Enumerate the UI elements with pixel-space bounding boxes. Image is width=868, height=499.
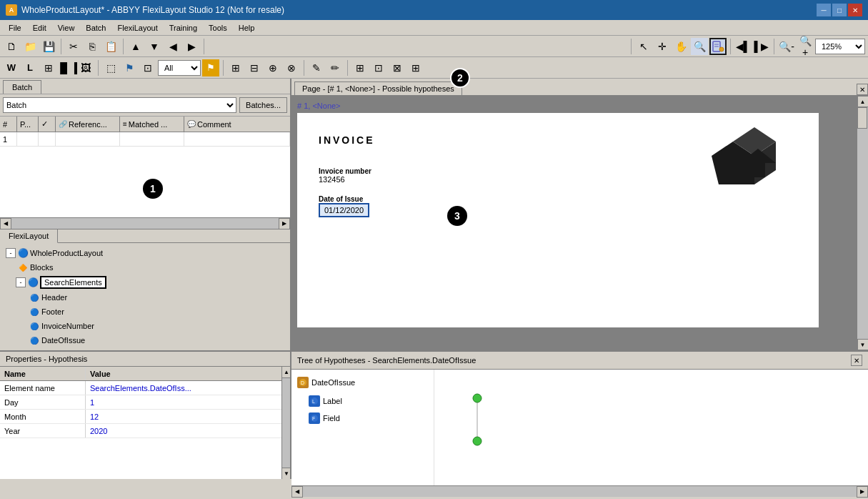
col-num[interactable]: # <box>0 117 17 132</box>
down-button[interactable]: ▼ <box>146 38 163 55</box>
element3-btn[interactable]: ⊡ <box>139 59 156 76</box>
hypo-hscroll-right[interactable]: ▶ <box>857 486 868 498</box>
hypo-close-btn[interactable]: ✕ <box>851 355 862 366</box>
tree-header[interactable]: 🔵 Header <box>3 290 287 305</box>
tree-dateofissue[interactable]: 🔵 DateOfIssue <box>3 333 287 347</box>
col-reference[interactable]: 🔗 Referenc... <box>56 117 120 132</box>
menu-help[interactable]: Help <box>233 22 261 34</box>
app-title: WholeProductLayout* - ABBYY FlexiLayout … <box>21 5 284 15</box>
props-row-3[interactable]: Year 2020 <box>0 424 281 438</box>
page-tab[interactable]: Page - [# 1, <None>] - Possible hypothes… <box>294 81 462 95</box>
tree-searchelements[interactable]: - 🔵 SearchElements <box>3 275 287 290</box>
col-check[interactable]: ✓ <box>39 117 56 132</box>
tree-root[interactable]: - 🔵 WholeProductLayout <box>3 246 287 260</box>
page-tab-close-btn[interactable]: ✕ <box>857 84 868 95</box>
edit1-btn[interactable]: ✎ <box>308 59 325 76</box>
canvas-scroll-inner[interactable]: # 1, <None> INVOICE Invoice number 13245… <box>291 96 857 350</box>
cut-button[interactable]: ✂ <box>65 38 82 55</box>
vscroll-thumb[interactable] <box>857 107 867 129</box>
h-scrollbar[interactable]: ◀ ▶ <box>0 217 290 229</box>
apply-btn[interactable]: ⚑ <box>202 59 219 76</box>
svg-text:F: F <box>312 416 315 421</box>
right-panel: Page - [# 1, <None>] - Possible hypothes… <box>291 79 868 350</box>
batch-list-row[interactable]: 1 <box>0 132 290 147</box>
save-button[interactable]: 💾 <box>40 38 57 55</box>
edit2-btn[interactable]: ✏ <box>326 59 344 76</box>
crosshair-tool[interactable]: ✛ <box>654 38 671 55</box>
train3-btn[interactable]: ⊕ <box>264 59 281 76</box>
train1-btn[interactable]: ⊞ <box>227 59 244 76</box>
pan-tool[interactable]: ✋ <box>672 38 689 55</box>
element1-btn[interactable]: ⬚ <box>102 59 119 76</box>
vscroll-up-btn[interactable]: ▲ <box>857 96 869 107</box>
view2-btn[interactable]: ⊡ <box>370 59 387 76</box>
props-row-2[interactable]: Month 12 <box>0 410 281 424</box>
view3-btn[interactable]: ⊠ <box>389 59 406 76</box>
zoom-select[interactable]: 125% <box>815 39 865 54</box>
col-matched[interactable]: ≡ Matched ... <box>120 117 184 132</box>
props-row-0[interactable]: Element name SearchElements.DateOfIss... <box>0 381 281 395</box>
element-type-select[interactable]: All <box>158 60 201 76</box>
props-scroll-up[interactable]: ▲ <box>282 367 290 378</box>
new-button[interactable]: 🗋 <box>3 38 20 55</box>
zoom-in-tool[interactable]: 🔍 <box>691 38 708 55</box>
tree-footer[interactable]: 🔵 Footer <box>3 305 287 319</box>
hypo-item-field[interactable]: F Field <box>309 411 428 425</box>
minimize-button[interactable]: ─ <box>817 4 831 16</box>
maximize-button[interactable]: □ <box>832 4 847 16</box>
barcode-btn[interactable]: ▐▌▐ <box>59 59 76 76</box>
batch-dropdown[interactable]: Batch <box>3 97 236 113</box>
layout-btn[interactable]: L <box>21 59 39 76</box>
right-button[interactable]: ▶ <box>183 38 200 55</box>
col-comment[interactable]: 💬 Comment <box>184 117 290 132</box>
next-page-button[interactable]: ▌▶ <box>753 38 770 55</box>
hypo-item-dateofissue[interactable]: D DateOfIssue <box>297 375 428 390</box>
open-button[interactable]: 📁 <box>21 38 39 55</box>
menu-tools[interactable]: Tools <box>203 22 233 34</box>
table-btn[interactable]: ⊞ <box>40 59 57 76</box>
batches-button[interactable]: Batches... <box>239 97 287 113</box>
hypo-hscrollbar[interactable]: ◀ ▶ <box>291 485 868 497</box>
props-value-3: 2020 <box>86 424 281 438</box>
text-btn[interactable]: W <box>3 59 20 76</box>
hscroll-left-btn[interactable]: ◀ <box>0 218 11 229</box>
props-row-1[interactable]: Day 1 <box>0 395 281 410</box>
menu-training[interactable]: Training <box>164 22 203 34</box>
image-btn[interactable]: 🖼 <box>77 59 94 76</box>
prev-page-button[interactable]: ◀▌ <box>734 38 752 55</box>
view1-btn[interactable]: ⊞ <box>351 59 369 76</box>
train4-btn[interactable]: ⊗ <box>283 59 300 76</box>
zoom-plus-button[interactable]: 🔍+ <box>797 38 814 55</box>
hscroll-right-btn[interactable]: ▶ <box>279 218 290 229</box>
tree-blocks[interactable]: 🔶 Blocks <box>3 260 287 275</box>
v-scrollbar[interactable]: ▲ ▼ <box>857 96 868 350</box>
hypothesis-tool[interactable] <box>709 38 727 55</box>
menu-edit[interactable]: Edit <box>27 22 52 34</box>
vscroll-down-btn[interactable]: ▼ <box>857 339 869 350</box>
element2-btn[interactable]: ⚑ <box>121 59 138 76</box>
up-button[interactable]: ▲ <box>127 38 144 55</box>
view4-btn[interactable]: ⊞ <box>407 59 424 76</box>
copy-button[interactable]: ⎘ <box>84 38 101 55</box>
menu-batch[interactable]: Batch <box>80 22 111 34</box>
hypo-item-label[interactable]: L Label <box>309 394 428 408</box>
close-button[interactable]: ✕ <box>848 4 862 16</box>
paste-button[interactable]: 📋 <box>102 38 119 55</box>
page-label[interactable]: # 1, <None> <box>297 102 851 110</box>
menu-flexilayout[interactable]: FlexiLayout <box>112 22 164 34</box>
zoom-minus-button[interactable]: 🔍- <box>778 38 795 55</box>
col-page[interactable]: P... <box>17 117 39 132</box>
menu-view[interactable]: View <box>52 22 81 34</box>
expand-search[interactable]: - <box>16 277 26 287</box>
train2-btn[interactable]: ⊟ <box>246 59 263 76</box>
menu-file[interactable]: File <box>3 22 27 34</box>
props-scroll-down[interactable]: ▼ <box>282 468 290 479</box>
expand-root[interactable]: - <box>6 248 16 258</box>
hypo-hscroll-left[interactable]: ◀ <box>291 486 303 498</box>
batch-tab[interactable]: Batch <box>3 80 41 94</box>
left-button[interactable]: ◀ <box>164 38 181 55</box>
props-scrollbar[interactable]: ▲ ▼ <box>281 367 290 479</box>
flexilayout-tab[interactable]: FlexiLayout <box>0 229 58 243</box>
tree-invoicenumber[interactable]: 🔵 InvoiceNumber <box>3 319 287 333</box>
pointer-tool[interactable]: ↖ <box>635 38 652 55</box>
